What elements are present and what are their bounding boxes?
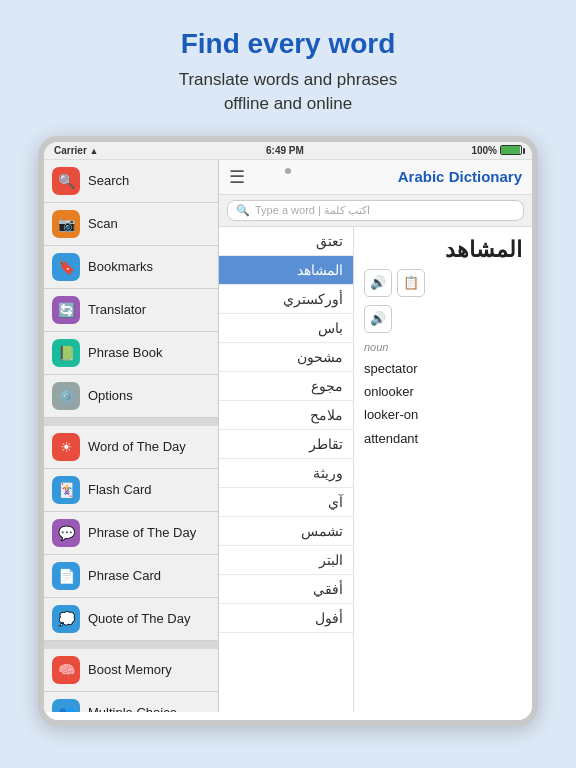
options-icon: ⚙️ xyxy=(52,382,80,410)
phrasebook-icon: 📗 xyxy=(52,339,80,367)
word-row[interactable]: وريثة xyxy=(219,459,353,488)
word-row[interactable]: تشمس xyxy=(219,517,353,546)
meaning-item: attendant xyxy=(364,427,522,450)
search-icon: 🔍 xyxy=(52,167,80,195)
main-area: تعتقالمشاهدأوركستريباسمشحونمجوعملامحتقاط… xyxy=(219,227,532,712)
word-row[interactable]: مجوع xyxy=(219,372,353,401)
header-title: Find every word xyxy=(20,28,556,60)
meaning-item: onlooker xyxy=(364,380,522,403)
scan-icon: 📷 xyxy=(52,210,80,238)
meaning-item: spectator xyxy=(364,357,522,380)
phrasebook-label: Phrase Book xyxy=(88,345,162,360)
camera-dot xyxy=(285,168,291,174)
sidebar-item-wordofday[interactable]: ☀Word of The Day xyxy=(44,426,218,469)
menu-icon[interactable]: ☰ xyxy=(229,166,245,188)
sidebar-item-quoteofday[interactable]: 💭Quote of The Day xyxy=(44,598,218,641)
sidebar-item-options[interactable]: ⚙️Options xyxy=(44,375,218,418)
sidebar-item-bookmarks[interactable]: 🔖Bookmarks xyxy=(44,246,218,289)
sidebar-item-search[interactable]: 🔍Search xyxy=(44,160,218,203)
sidebar-item-multiplechoice[interactable]: 👥Multiple Choice xyxy=(44,692,218,712)
translator-label: Translator xyxy=(88,302,146,317)
wordofday-icon: ☀ xyxy=(52,433,80,461)
header-subtitle: Translate words and phrasesoffline and o… xyxy=(20,68,556,116)
app-content: 🔍Search📷Scan🔖Bookmarks🔄Translator📗Phrase… xyxy=(44,160,532,712)
sidebar-item-phrasecard[interactable]: 📄Phrase Card xyxy=(44,555,218,598)
sidebar-item-scan[interactable]: 📷Scan xyxy=(44,203,218,246)
multiplechoice-icon: 👥 xyxy=(52,699,80,712)
status-bar: Carrier ▲ 6:49 PM 100% xyxy=(44,142,532,160)
status-time: 6:49 PM xyxy=(266,145,304,156)
scan-label: Scan xyxy=(88,216,118,231)
header-section: Find every word Translate words and phra… xyxy=(0,0,576,136)
word-row[interactable]: تعتق xyxy=(219,227,353,256)
battery-fill xyxy=(501,146,520,154)
phrasecard-label: Phrase Card xyxy=(88,568,161,583)
search-bar: 🔍 Type a word | اكتب كلمة xyxy=(219,195,532,227)
device-frame: Carrier ▲ 6:49 PM 100% 🔍Search📷Scan🔖Book… xyxy=(38,136,538,726)
quoteofday-icon: 💭 xyxy=(52,605,80,633)
search-placeholder: Type a word | اكتب كلمة xyxy=(255,204,370,217)
multiplechoice-label: Multiple Choice xyxy=(88,705,177,712)
definition-panel: المشاهد 🔊 📋 🔊 noun spectatoronlookerlook… xyxy=(354,227,532,712)
boostmemory-label: Boost Memory xyxy=(88,662,172,677)
word-list-panel: تعتقالمشاهدأوركستريباسمشحونمجوعملامحتقاط… xyxy=(219,227,354,712)
word-row[interactable]: ملامح xyxy=(219,401,353,430)
speaker-icon[interactable]: 🔊 xyxy=(364,269,392,297)
sidebar: 🔍Search📷Scan🔖Bookmarks🔄Translator📗Phrase… xyxy=(44,160,219,712)
carrier-label: Carrier ▲ xyxy=(54,145,99,156)
word-row[interactable]: المشاهد xyxy=(219,256,353,285)
def-icons: 🔊 📋 xyxy=(364,269,522,297)
translator-icon: 🔄 xyxy=(52,296,80,324)
word-row[interactable]: أفقي xyxy=(219,575,353,604)
definition-pos: noun xyxy=(364,341,522,353)
phraseofday-label: Phrase of The Day xyxy=(88,525,196,540)
meaning-item: looker-on xyxy=(364,403,522,426)
word-row[interactable]: البتر xyxy=(219,546,353,575)
def-speaker-2[interactable]: 🔊 xyxy=(364,305,392,333)
boostmemory-icon: 🧠 xyxy=(52,656,80,684)
definition-meanings: spectatoronlookerlooker-onattendant xyxy=(364,357,522,451)
sidebar-divider xyxy=(44,418,218,426)
flashcard-label: Flash Card xyxy=(88,482,152,497)
quoteofday-label: Quote of The Day xyxy=(88,611,190,626)
wordofday-label: Word of The Day xyxy=(88,439,186,454)
options-label: Options xyxy=(88,388,133,403)
word-row[interactable]: آي xyxy=(219,488,353,517)
flashcard-icon: 🃏 xyxy=(52,476,80,504)
phraseofday-icon: 💬 xyxy=(52,519,80,547)
definition-word: المشاهد xyxy=(364,237,522,263)
copy-icon[interactable]: 📋 xyxy=(397,269,425,297)
word-row[interactable]: باس xyxy=(219,314,353,343)
sidebar-item-phrasebook[interactable]: 📗Phrase Book xyxy=(44,332,218,375)
sidebar-item-flashcard[interactable]: 🃏Flash Card xyxy=(44,469,218,512)
right-panel: ☰ Arabic Dictionary 🔍 Type a word | اكتب… xyxy=(219,160,532,712)
toolbar-title: Arabic Dictionary xyxy=(398,168,522,185)
search-label: Search xyxy=(88,173,129,188)
phrasecard-icon: 📄 xyxy=(52,562,80,590)
sidebar-item-boostmemory[interactable]: 🧠Boost Memory xyxy=(44,649,218,692)
word-row[interactable]: أوركستري xyxy=(219,285,353,314)
search-icon: 🔍 xyxy=(236,204,250,217)
battery-bar xyxy=(500,145,522,155)
wifi-icon: ▲ xyxy=(90,146,99,156)
search-input-wrapper[interactable]: 🔍 Type a word | اكتب كلمة xyxy=(227,200,524,221)
toolbar: ☰ Arabic Dictionary xyxy=(219,160,532,195)
word-row[interactable]: تقاطر xyxy=(219,430,353,459)
app-container: Find every word Translate words and phra… xyxy=(0,0,576,726)
sidebar-divider xyxy=(44,641,218,649)
word-row[interactable]: أفول xyxy=(219,604,353,633)
status-battery: 100% xyxy=(471,145,522,156)
bookmarks-icon: 🔖 xyxy=(52,253,80,281)
sidebar-item-phraseofday[interactable]: 💬Phrase of The Day xyxy=(44,512,218,555)
sidebar-item-translator[interactable]: 🔄Translator xyxy=(44,289,218,332)
bookmarks-label: Bookmarks xyxy=(88,259,153,274)
word-row[interactable]: مشحون xyxy=(219,343,353,372)
